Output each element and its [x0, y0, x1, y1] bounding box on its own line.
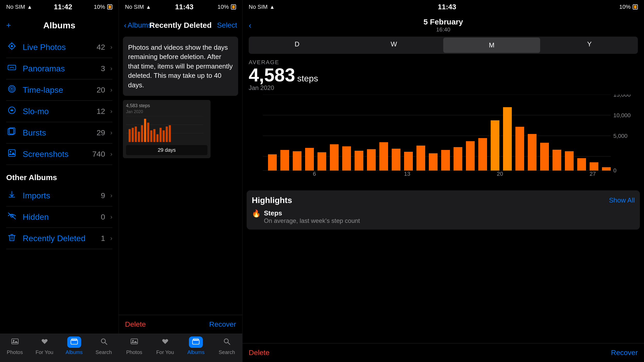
tab-search-1[interactable]: Search [89, 336, 119, 355]
tab-albums-1[interactable]: Albums [59, 336, 89, 355]
album-count-timelapse: 20 [97, 86, 105, 94]
album-name-imports: Imports [23, 191, 96, 200]
tab-label-foryou-1: For You [36, 349, 53, 355]
recently-deleted-title: Recently Deleted [149, 21, 212, 30]
battery-text-2: 10% [218, 4, 229, 10]
albums-panel: No SIM ▲ 11:42 10% + Albums Live Photos … [0, 0, 119, 362]
highlight-steps-name: Steps [264, 209, 360, 217]
svg-text:27: 27 [590, 171, 596, 177]
svg-point-3 [11, 49, 12, 50]
health-delete-button[interactable]: Delete [249, 349, 270, 357]
select-button[interactable]: Select [217, 21, 237, 29]
albums-tab-icon-1 [71, 338, 78, 347]
chevron-bursts: › [110, 129, 112, 136]
tab-label-foryou-2: For You [156, 349, 174, 355]
album-item-recently-deleted[interactable]: Recently Deleted 1 › [6, 228, 112, 249]
tab-foryou-1[interactable]: For You [30, 336, 59, 355]
health-nav: ‹ 5 February 16:40 [242, 14, 644, 37]
album-name-slomo: Slo-mo [23, 107, 91, 116]
svg-rect-26 [135, 127, 137, 142]
photo-card[interactable]: 4,583 steps Jan 2020 [123, 100, 211, 158]
status-bar-1: No SIM ▲ 11:42 10% [0, 0, 119, 14]
chevron-timelapse: › [110, 86, 112, 94]
svg-rect-59 [404, 152, 413, 171]
period-year[interactable]: Y [541, 37, 638, 54]
tab-foryou-2[interactable]: For You [150, 336, 181, 355]
album-item-imports[interactable]: Imports 9 › [6, 185, 112, 206]
tab-label-search-1: Search [96, 349, 112, 355]
delete-button[interactable]: Delete [125, 320, 146, 329]
tab-albums-2[interactable]: Albums [181, 336, 212, 355]
svg-rect-72 [565, 151, 574, 171]
svg-rect-64 [466, 141, 475, 171]
svg-point-5 [15, 46, 16, 47]
add-album-button[interactable]: + [6, 21, 11, 30]
album-item-slomo[interactable]: Slo-mo 12 › [6, 101, 112, 122]
slomo-icon [6, 106, 18, 117]
tab-icon-wrap-photos-1 [8, 336, 22, 348]
tab-search-2[interactable]: Search [211, 336, 242, 355]
period-day[interactable]: D [249, 37, 346, 54]
status-left-3: No SIM ▲ [249, 4, 275, 10]
status-left-2: No SIM ▲ [125, 4, 151, 10]
search-tab-icon-1 [100, 338, 107, 347]
album-item-bursts[interactable]: Bursts 29 › [6, 122, 112, 144]
battery-icon-1 [107, 4, 112, 10]
svg-rect-32 [153, 129, 155, 142]
highlights-section: Highlights Show All 🔥 Steps On average, … [247, 190, 640, 230]
album-name-screenshots: Screenshots [23, 149, 87, 159]
battery-fill-2 [232, 5, 235, 9]
svg-rect-30 [147, 123, 149, 142]
days-remaining-label: 29 days [126, 145, 207, 155]
tab-label-photos-1: Photos [7, 349, 23, 355]
tab-photos-2[interactable]: Photos [119, 336, 150, 355]
album-item-panoramas[interactable]: Panoramas 3 › [6, 58, 112, 79]
timelapse-icon [6, 85, 18, 95]
album-item-timelapse[interactable]: Time-lapse 20 › [6, 79, 112, 101]
chevron-slomo: › [110, 108, 112, 115]
album-count-recently-deleted: 1 [101, 234, 105, 243]
health-stats: AVERAGE 4,583 steps Jan 2020 [242, 59, 644, 95]
period-month[interactable]: M [443, 38, 540, 53]
health-actions: Delete Recover [242, 343, 644, 362]
wifi-icon-1: ▲ [27, 4, 32, 10]
health-date-display: 5 February 16:40 [423, 18, 463, 33]
album-item-hidden[interactable]: Hidden 0 › [6, 206, 112, 228]
svg-rect-63 [454, 147, 462, 171]
mini-chart-title: 4,583 steps [126, 103, 207, 108]
time-3: 11:43 [438, 3, 456, 11]
tab-icon-wrap-foryou-2 [158, 336, 172, 348]
chevron-recently-deleted: › [110, 235, 112, 242]
album-item-live-photos[interactable]: Live Photos 42 › [6, 37, 112, 58]
tab-icon-wrap-search-1 [97, 336, 111, 348]
svg-rect-54 [342, 146, 351, 171]
health-back-button[interactable]: ‹ [249, 21, 252, 30]
album-count-bursts: 29 [97, 128, 105, 137]
svg-rect-68 [515, 127, 524, 171]
svg-text:5,000: 5,000 [613, 133, 628, 139]
time-2: 11:43 [175, 3, 194, 11]
recover-button[interactable]: Recover [209, 320, 236, 329]
svg-rect-24 [129, 129, 131, 142]
chevron-panoramas: › [110, 65, 112, 72]
svg-text:6: 6 [313, 171, 316, 177]
tab-label-photos-2: Photos [126, 349, 142, 355]
tab-photos-1[interactable]: Photos [0, 336, 30, 355]
highlight-steps: 🔥 Steps On average, last week's step cou… [252, 209, 635, 224]
svg-rect-65 [478, 138, 487, 171]
show-all-button[interactable]: Show All [609, 196, 635, 204]
health-recover-button[interactable]: Recover [611, 349, 638, 357]
status-bar-3: No SIM ▲ 11:43 10% [242, 0, 644, 14]
album-name-recently-deleted: Recently Deleted [23, 234, 96, 243]
tab-label-albums-1: Albums [65, 349, 83, 355]
album-item-screenshots[interactable]: Screenshots 740 › [6, 144, 112, 165]
wifi-icon-3: ▲ [270, 4, 275, 10]
album-count-live-photos: 42 [97, 43, 105, 52]
tab-icon-wrap-albums-2 [189, 336, 203, 348]
back-button[interactable]: ‹ Albums [124, 21, 152, 30]
period-week[interactable]: W [346, 37, 442, 54]
status-right-1: 10% [94, 4, 112, 10]
period-selector: D W M Y [249, 37, 638, 54]
highlights-header: Highlights Show All [252, 196, 635, 205]
svg-point-39 [132, 340, 134, 341]
